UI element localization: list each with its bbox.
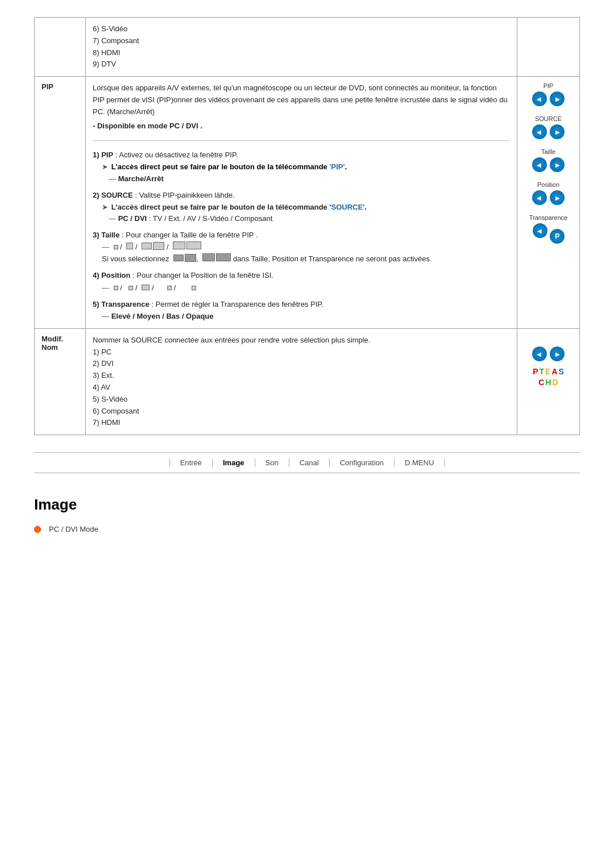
modifnom-icons-cell: P T E A S C H D	[517, 328, 580, 435]
modifnom-icon-group: P T E A S C H D	[524, 346, 572, 387]
table-row: 6) S-Vidéo 7) Composant 8) HDMI 9) DTV	[35, 18, 580, 77]
nav-item-entree[interactable]: Entrée	[169, 458, 213, 467]
letter-p: P	[533, 367, 538, 376]
pip-intro: Lorsque des appareils A/V externes, tel …	[93, 82, 510, 118]
row-label	[35, 18, 86, 77]
colored-letters-row1: P T E A S	[524, 367, 572, 376]
source-icon-label: SOURCE	[524, 115, 572, 122]
content-table: 6) S-Vidéo 7) Composant 8) HDMI 9) DTV P…	[34, 17, 580, 435]
letter-d: D	[553, 378, 558, 387]
letter-c: C	[538, 378, 544, 387]
taille-left-arrow[interactable]	[532, 157, 547, 172]
nav-item-dmenu[interactable]: D.MENU	[395, 458, 445, 467]
row-content: 6) S-Vidéo 7) Composant 8) HDMI 9) DTV	[86, 18, 517, 77]
letter-h: H	[545, 378, 551, 387]
position-icon-group: Position	[524, 181, 572, 207]
modifnom-left-arrow[interactable]	[532, 347, 547, 361]
pip-content: Lorsque des appareils A/V externes, tel …	[86, 77, 517, 329]
pip-section4-title: 4) Position : Pour changer la Position d…	[93, 270, 510, 282]
p-letter-icon: P	[550, 229, 565, 244]
position-right-arrow[interactable]	[550, 190, 565, 205]
pip-section2-title: 2) SOURCE : Valitse PIP-painikkeen lähde…	[93, 190, 510, 202]
pip-section4-icons: — / / / /	[102, 281, 510, 294]
pip-section3-note: Si vous sélectionnez , dans Taille, Posi…	[102, 253, 510, 265]
transparence-left-arrow[interactable]	[533, 223, 547, 238]
source-right-arrow[interactable]	[550, 124, 565, 139]
pip-section2-sub1: ➤ L'accès direct peut se faire par le bo…	[102, 202, 510, 214]
pip-section5-sub: — Elevé / Moyen / Bas / Opaque	[102, 311, 510, 323]
line-7composant: 7) Composant	[93, 36, 139, 45]
modifnom-item3: 4) AV	[93, 382, 510, 394]
source-left-arrow[interactable]	[532, 124, 547, 139]
pip-left-arrow[interactable]	[532, 91, 547, 106]
position-icon-label: Position	[524, 181, 572, 188]
pip-dispo: - Disponible en mode PC / DVI .	[93, 120, 510, 132]
position-left-arrow[interactable]	[532, 190, 547, 205]
transparence-icon-label: Transparence	[524, 214, 572, 221]
pip-section1-title: 1) PIP : Activez ou désactivez la fenêtr…	[93, 149, 510, 161]
modifnom-content: Nommer la SOURCE connectée aux entrées p…	[86, 328, 517, 435]
taille-right-arrow[interactable]	[550, 157, 565, 172]
source-icon-group: SOURCE	[524, 115, 572, 141]
taille-icon-label: Taille	[524, 148, 572, 155]
table-row-modifnom: Modif. Nom Nommer la SOURCE connectée au…	[35, 328, 580, 435]
navigation-bar: Entrée Image Son Canal Configuration D.M…	[34, 452, 580, 473]
letter-s: S	[559, 367, 564, 376]
line-9dtv: 9) DTV	[93, 60, 116, 68]
modifnom-item5: 6) Composant	[93, 406, 510, 418]
transparence-icon-group: Transparence P	[524, 214, 572, 244]
pc-dvi-mode-label: PC / DVI Mode	[49, 525, 98, 533]
modifnom-intro: Nommer la SOURCE connectée aux entrées p…	[93, 335, 510, 347]
pip-icons-cell: PIP SOURCE Taille Posit	[517, 77, 580, 329]
letter-e: E	[545, 367, 550, 376]
pip-section1-sub2: — Marche/Arrêt	[109, 173, 510, 185]
orange-dot-icon	[34, 526, 41, 533]
pip-section2-sub2: — PC / DVI : TV / Ext. / AV / S-Vidéo / …	[109, 213, 510, 225]
nav-item-son[interactable]: Son	[255, 458, 289, 467]
line-6svideo: 6) S-Vidéo	[93, 24, 127, 33]
colored-letters-row2: C H D	[524, 378, 572, 387]
pip-section3-title: 3) Taille : Pour changer la Taille de la…	[93, 229, 510, 241]
pip-label: PIP	[35, 77, 86, 329]
section-heading: Image	[34, 496, 580, 514]
pip-section1-sub1: ➤ L'accès direct peut se faire par le bo…	[102, 161, 510, 173]
modifnom-item6: 7) HDMI	[93, 417, 510, 429]
table-row-pip: PIP Lorsque des appareils A/V externes, …	[35, 77, 580, 329]
letter-a: A	[551, 367, 557, 376]
pip-right-arrow[interactable]	[550, 91, 565, 106]
row-icons	[517, 18, 580, 77]
pip-section3-icons: — / / /	[102, 241, 510, 253]
modifnom-item0: 1) PC	[93, 347, 510, 358]
modifnom-right-arrow[interactable]	[550, 347, 565, 361]
pip-icon-group: PIP	[524, 82, 572, 108]
nav-item-configuration[interactable]: Configuration	[330, 458, 395, 467]
modifnom-item1: 2) DVI	[93, 358, 510, 370]
nav-item-image[interactable]: Image	[213, 458, 255, 467]
letter-t: T	[539, 367, 544, 376]
modifnom-item4: 5) S-Vidéo	[93, 394, 510, 406]
taille-icon-group: Taille	[524, 148, 572, 174]
pip-section5-title: 5) Transparence : Permet de régler la Tr…	[93, 299, 510, 311]
modifnom-item2: 3) Ext.	[93, 370, 510, 382]
nav-item-canal[interactable]: Canal	[289, 458, 330, 467]
pip-icon-label: PIP	[524, 82, 572, 89]
pc-dvi-mode-line: PC / DVI Mode	[34, 525, 580, 533]
line-8hdmi: 8) HDMI	[93, 48, 120, 57]
modifnom-label: Modif. Nom	[35, 328, 86, 435]
